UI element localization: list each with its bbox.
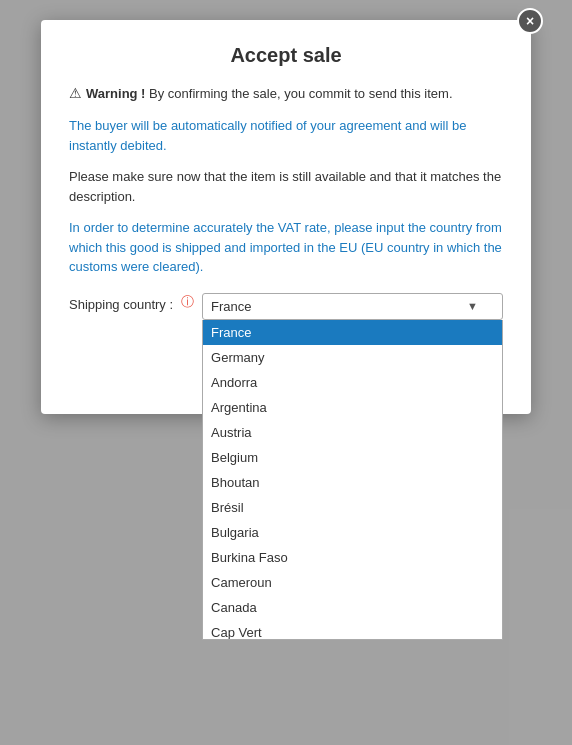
shipping-country-row: Shipping country : ⓘ France ▼ FranceGerm… [69, 293, 503, 320]
modal-title: Accept sale [69, 44, 503, 67]
vat-text: In order to determine accurately the VAT… [69, 218, 503, 277]
info-text: The buyer will be automatically notified… [69, 116, 503, 155]
modal-backdrop: × Accept sale ⚠Warning ! By confirming t… [0, 0, 572, 745]
warning-prefix: Warning ! [86, 86, 145, 101]
dropdown-item[interactable]: Andorra [203, 370, 502, 395]
dropdown-item[interactable]: Brésil [203, 495, 502, 520]
dropdown-item[interactable]: Cameroun [203, 570, 502, 595]
close-button[interactable]: × [517, 8, 543, 34]
warning-text: ⚠Warning ! By confirming the sale, you c… [69, 86, 453, 101]
shipping-label: Shipping country : [69, 293, 173, 312]
dropdown-item[interactable]: Bulgaria [203, 520, 502, 545]
country-select-display[interactable]: France ▼ [202, 293, 503, 320]
dropdown-item[interactable]: Austria [203, 420, 502, 445]
dropdown-item[interactable]: Germany [203, 345, 502, 370]
description-text: Please make sure now that the item is st… [69, 167, 503, 206]
warning-block: ⚠Warning ! By confirming the sale, you c… [69, 83, 503, 104]
dropdown-item[interactable]: Bhoutan [203, 470, 502, 495]
dropdown-item[interactable]: Canada [203, 595, 502, 620]
dropdown-item[interactable]: France [203, 320, 502, 345]
help-icon[interactable]: ⓘ [181, 293, 194, 311]
country-dropdown[interactable]: FranceGermanyAndorraArgentinaAustriaBelg… [202, 320, 503, 640]
dropdown-item[interactable]: Cap Vert [203, 620, 502, 640]
dropdown-item[interactable]: Argentina [203, 395, 502, 420]
dropdown-item[interactable]: Burkina Faso [203, 545, 502, 570]
modal-dialog: × Accept sale ⚠Warning ! By confirming t… [41, 20, 531, 414]
country-select-wrapper[interactable]: France ▼ FranceGermanyAndorraArgentinaAu… [202, 293, 503, 320]
warning-icon: ⚠ [69, 85, 82, 101]
warning-body: By confirming the sale, you commit to se… [145, 86, 452, 101]
dropdown-item[interactable]: Belgium [203, 445, 502, 470]
chevron-down-icon: ▼ [467, 300, 478, 312]
selected-value: France [211, 299, 251, 314]
